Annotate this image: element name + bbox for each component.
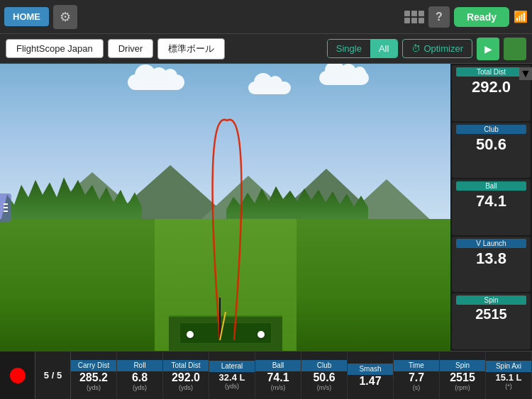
all-button[interactable]: All: [370, 40, 397, 57]
roll-col: Roll 6.8 (yds): [117, 352, 163, 400]
record-button[interactable]: [0, 352, 35, 400]
lateral-col: Lateral 32.4 L (yds): [209, 352, 255, 400]
club-label: Club: [456, 125, 526, 134]
spin-card: Spin 2515: [452, 293, 531, 349]
club-col: Club 50.6 (m/s): [301, 352, 348, 400]
main-area: Total Dist 292.0 Club 50.6 Ball 74.1 V L…: [0, 64, 532, 351]
right-panel: Total Dist 292.0 Club 50.6 Ball 74.1 V L…: [450, 64, 532, 351]
ball-label: Ball: [456, 181, 526, 191]
single-button[interactable]: Single: [328, 40, 370, 57]
smash-value: 1.47: [359, 375, 381, 388]
carry-dist-header: Carry Dist: [71, 360, 116, 371]
ball-value: 74.1: [456, 192, 526, 210]
spin-axis-unit: (*): [505, 383, 512, 390]
ready-button[interactable]: Ready: [454, 7, 509, 27]
vlaunch-label: V Launch: [456, 239, 526, 248]
cloud: [248, 82, 291, 94]
total-dist-label: Total Dist: [456, 67, 526, 77]
grid-icon: [404, 11, 424, 23]
spin-value: 2515: [456, 306, 526, 322]
golf-scene: [0, 64, 450, 351]
club-card: Club 50.6: [452, 123, 531, 179]
smash-header: Smash: [348, 364, 393, 375]
spin-col-unit: (rpm): [455, 384, 470, 391]
total-dist-col-header: Total Dist: [163, 360, 209, 371]
time-header: Time: [394, 360, 439, 371]
spin-col-value: 2515: [450, 371, 475, 384]
shot-count: 5 / 5: [35, 352, 71, 400]
course-button[interactable]: FlightScope Japan: [6, 39, 104, 58]
lateral-header: Lateral: [209, 361, 255, 372]
roll-unit: (yds): [133, 384, 147, 391]
total-dist-col-value: 292.0: [172, 371, 200, 384]
ball-col-unit: (m/s): [271, 384, 286, 391]
cloud: [319, 71, 369, 85]
speedometer-icon: ⏱: [411, 43, 421, 54]
home-button[interactable]: HOME: [4, 7, 49, 26]
spin-col: Spin 2515 (rpm): [440, 352, 486, 400]
total-dist-col: Total Dist 292.0 (yds): [163, 352, 209, 400]
time-col: Time 7.7 (s): [394, 352, 440, 400]
time-unit: (s): [413, 384, 421, 391]
record-dot: [10, 368, 26, 383]
spin-label: Spin: [456, 296, 526, 305]
spin-axis-value: 15.1 L: [496, 372, 522, 383]
roll-value: 6.8: [132, 371, 148, 384]
golf-ball-right: [257, 331, 265, 338]
lateral-value: 32.4 L: [219, 372, 245, 383]
vlaunch-card: V Launch 13.8: [452, 237, 531, 293]
side-indicator: [0, 193, 11, 222]
ball-col: Ball 74.1 (m/s): [255, 352, 301, 400]
club-value: 50.6: [456, 135, 526, 154]
club-col-value: 50.6: [313, 371, 335, 384]
green-view-button[interactable]: [504, 38, 526, 60]
spin-axis-col: Spin Axi 15.1 L (*): [486, 352, 532, 400]
carry-dist-value: 285.2: [79, 371, 108, 384]
total-dist-col-unit: (yds): [179, 384, 193, 391]
club-col-unit: (m/s): [317, 384, 332, 391]
total-dist-value: 292.0: [456, 78, 526, 96]
club-col-header: Club: [301, 360, 347, 371]
top-bar: HOME ⚙ ? Ready 📶: [0, 0, 532, 34]
lateral-unit: (yds): [225, 383, 239, 390]
bottom-bar: 5 / 5 Carry Dist 285.2 (yds) Roll 6.8 (y…: [0, 351, 532, 399]
time-value: 7.7: [409, 371, 424, 384]
club-button[interactable]: Driver: [108, 39, 154, 58]
single-all-toggle: Single All: [327, 39, 399, 58]
spin-axis-header: Spin Axi: [486, 361, 531, 372]
spin-col-header: Spin: [440, 360, 485, 371]
ball-col-header: Ball: [255, 360, 301, 371]
vlaunch-value: 13.8: [456, 249, 526, 268]
roll-header: Roll: [117, 360, 162, 371]
play-button[interactable]: ▶: [477, 38, 499, 60]
ball-button[interactable]: 標準ボール: [157, 38, 225, 60]
ball-col-value: 74.1: [267, 371, 289, 384]
cloud: [128, 74, 184, 90]
dropdown-arrow[interactable]: ▼: [519, 67, 532, 80]
gear-button[interactable]: ⚙: [53, 5, 77, 29]
ball-card: Ball 74.1: [452, 179, 531, 235]
help-button[interactable]: ?: [428, 6, 450, 28]
carry-dist-col: Carry Dist 285.2 (yds): [71, 352, 117, 400]
smash-col: Smash 1.47: [348, 352, 394, 400]
second-bar: FlightScope Japan Driver 標準ボール Single Al…: [0, 34, 532, 64]
optimizer-button[interactable]: ⏱ Optimizer: [402, 39, 472, 58]
wifi-icon: 📶: [514, 10, 528, 23]
golf-ball-left: [187, 331, 194, 338]
carry-dist-unit: (yds): [87, 384, 101, 391]
